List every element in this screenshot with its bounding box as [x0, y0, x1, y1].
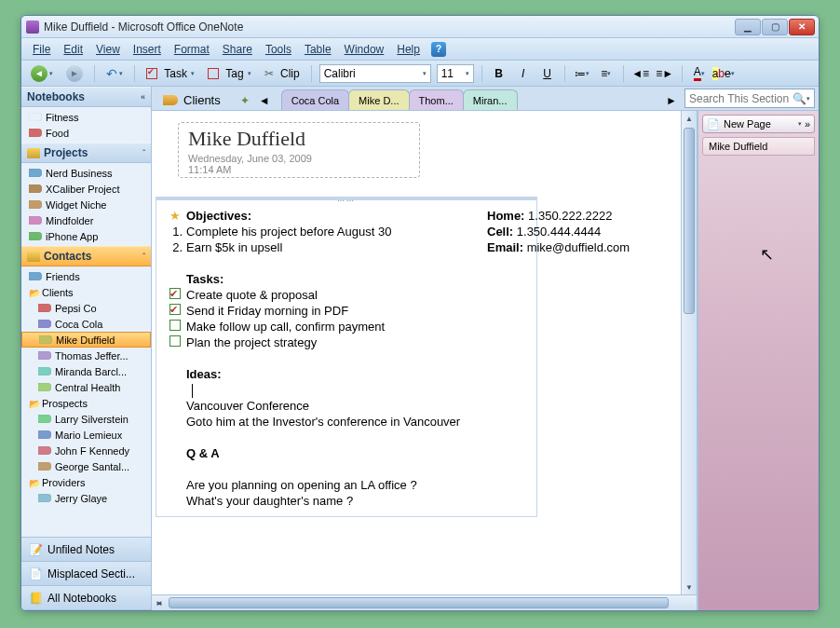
section-jerry[interactable]: Jerry Glaye: [21, 490, 151, 506]
section-central-health[interactable]: Central Health: [21, 379, 151, 395]
tab-thomas[interactable]: Thom...: [409, 89, 464, 110]
scroll-up-button[interactable]: ▲: [682, 111, 697, 126]
forward-button[interactable]: ►: [62, 63, 87, 84]
menu-help[interactable]: Help: [391, 41, 426, 58]
group-clients[interactable]: Clients: [21, 284, 151, 300]
section-coca-cola[interactable]: Coca Cola: [21, 316, 151, 332]
contact-info[interactable]: Home: 1.350.222.2222 Cell: 1.350.444.444…: [487, 208, 630, 255]
scroll-thumb[interactable]: [169, 597, 669, 608]
group-prospects[interactable]: Prospects: [21, 395, 151, 411]
font-size-select[interactable]: 11▾: [437, 64, 474, 83]
numbering-button[interactable]: ≡▾: [597, 64, 616, 83]
menu-table[interactable]: Table: [299, 41, 337, 58]
navigation-sidebar: Notebooks« Fitness Food Projectsˆ Nerd B…: [21, 87, 152, 610]
clip-button[interactable]: Clip: [261, 63, 304, 84]
section-group-label[interactable]: Clients: [156, 89, 228, 110]
indent-button[interactable]: ≡►: [656, 64, 674, 83]
back-button[interactable]: ◄▾: [27, 63, 57, 84]
all-notebooks-button[interactable]: 📒All Notebooks: [21, 586, 151, 610]
page-canvas[interactable]: Mike Duffield Wednesday, June 03, 2009 1…: [152, 111, 681, 594]
unfiled-notes-button[interactable]: 📝Unfiled Notes: [21, 538, 151, 562]
tab-coca-cola[interactable]: Coca Cola: [281, 89, 349, 110]
window-title: Mike Duffield - Microsoft Office OneNote: [44, 20, 243, 34]
titlebar[interactable]: Mike Duffield - Microsoft Office OneNote: [21, 16, 819, 38]
horizontal-scrollbar[interactable]: ◄ ►: [152, 594, 697, 610]
section-pepsi[interactable]: Pepsi Co: [21, 300, 151, 316]
new-page-button[interactable]: 📄New Page▾ »: [702, 115, 815, 133]
menu-insert[interactable]: Insert: [128, 41, 167, 58]
minimize-button[interactable]: [735, 19, 761, 35]
note-drag-handle[interactable]: [156, 197, 536, 200]
contacts-header[interactable]: Contactsˆ: [21, 246, 151, 266]
page-title[interactable]: Mike Duffield: [188, 127, 410, 151]
section-food[interactable]: Food: [21, 125, 151, 141]
page-tab-mike-duffield[interactable]: Mike Duffield: [702, 137, 815, 156]
section-mike-duffield[interactable]: Mike Duffield: [21, 332, 151, 348]
star-icon: [169, 209, 181, 223]
section-george[interactable]: George Santal...: [21, 458, 151, 474]
font-select[interactable]: Calibri▾: [319, 64, 431, 83]
menu-share[interactable]: Share: [217, 41, 258, 58]
menubar: File Edit View Insert Format Share Tools…: [21, 38, 819, 61]
bullets-button[interactable]: ≔▾: [573, 64, 591, 83]
new-section-button[interactable]: ✦: [236, 91, 254, 110]
notebooks-header[interactable]: Notebooks«: [21, 87, 151, 107]
maximize-button[interactable]: [762, 19, 788, 35]
section-fitness[interactable]: Fitness: [21, 109, 151, 125]
section-friends[interactable]: Friends: [21, 268, 151, 284]
highlight-button[interactable]: abe▾: [714, 64, 733, 83]
checkbox-icon[interactable]: [169, 288, 181, 299]
expand-icon[interactable]: »: [805, 118, 810, 130]
scroll-thumb[interactable]: [684, 128, 695, 314]
menu-window[interactable]: Window: [339, 41, 390, 58]
page-title-container[interactable]: Mike Duffield Wednesday, June 03, 2009 1…: [178, 122, 420, 178]
outdent-button[interactable]: ◄≡: [631, 64, 650, 83]
folder-open-icon: [29, 477, 42, 488]
bold-button[interactable]: B: [490, 64, 508, 83]
section-tab-bar: Clients ✦ ◄ Coca Cola Mike D... Thom... …: [152, 87, 819, 111]
menu-view[interactable]: View: [90, 41, 126, 58]
menu-format[interactable]: Format: [169, 41, 215, 58]
section-miranda-barclay[interactable]: Miranda Barcl...: [21, 363, 151, 379]
vertical-scrollbar[interactable]: ▲ ▼: [681, 111, 697, 594]
checkbox-icon[interactable]: [169, 320, 181, 331]
projects-header[interactable]: Projectsˆ: [21, 143, 151, 163]
section-xcaliber[interactable]: XCaliber Project: [21, 181, 151, 197]
onenote-window: Mike Duffield - Microsoft Office OneNote…: [20, 15, 820, 611]
close-button[interactable]: [789, 19, 815, 35]
section-nerd-business[interactable]: Nerd Business: [21, 165, 151, 181]
menu-tools[interactable]: Tools: [260, 41, 297, 58]
section-nav-next[interactable]: ►: [662, 91, 681, 110]
note-container[interactable]: Objectives: 1.Complete his project befor…: [156, 197, 537, 517]
section-john-kennedy[interactable]: John F Kennedy: [21, 443, 151, 458]
checkbox-icon[interactable]: [169, 335, 181, 347]
section-larry[interactable]: Larry Silverstein: [21, 411, 151, 427]
font-color-button[interactable]: A▾: [690, 64, 709, 83]
checkbox-icon[interactable]: [169, 304, 181, 315]
search-input[interactable]: Search This Section 🔍▾: [684, 89, 815, 108]
page-date: Wednesday, June 03, 2009: [188, 153, 410, 164]
underline-button[interactable]: U: [538, 64, 557, 83]
folder-open-icon: [29, 287, 42, 298]
italic-button[interactable]: I: [514, 64, 533, 83]
scroll-down-button[interactable]: ▼: [682, 580, 697, 594]
section-widget-niche[interactable]: Widget Niche: [21, 197, 151, 212]
section-thomas-jefferson[interactable]: Thomas Jeffer...: [21, 348, 151, 363]
task-button[interactable]: Task ▾: [142, 63, 198, 84]
section-mindfolder[interactable]: Mindfolder: [21, 212, 151, 228]
tab-mike-duffield[interactable]: Mike D...: [348, 89, 409, 110]
section-iphone-app[interactable]: iPhone App: [21, 228, 151, 244]
scroll-right-button[interactable]: ►: [152, 595, 167, 610]
unfiled-icon: 📝: [27, 542, 44, 557]
menu-edit[interactable]: Edit: [58, 41, 88, 58]
tag-button[interactable]: Tag ▾: [204, 63, 255, 84]
section-nav-prev[interactable]: ◄: [255, 91, 274, 110]
group-providers[interactable]: Providers: [21, 474, 151, 490]
help-icon[interactable]: ?: [431, 42, 446, 57]
misplaced-sections-button[interactable]: 📄Misplaced Secti...: [21, 562, 151, 586]
section-mario[interactable]: Mario Lemieux: [21, 427, 151, 443]
search-icon[interactable]: 🔍: [793, 92, 806, 105]
tab-miranda[interactable]: Miran...: [463, 89, 518, 110]
menu-file[interactable]: File: [27, 41, 56, 58]
undo-button[interactable]: ▾: [102, 63, 127, 84]
